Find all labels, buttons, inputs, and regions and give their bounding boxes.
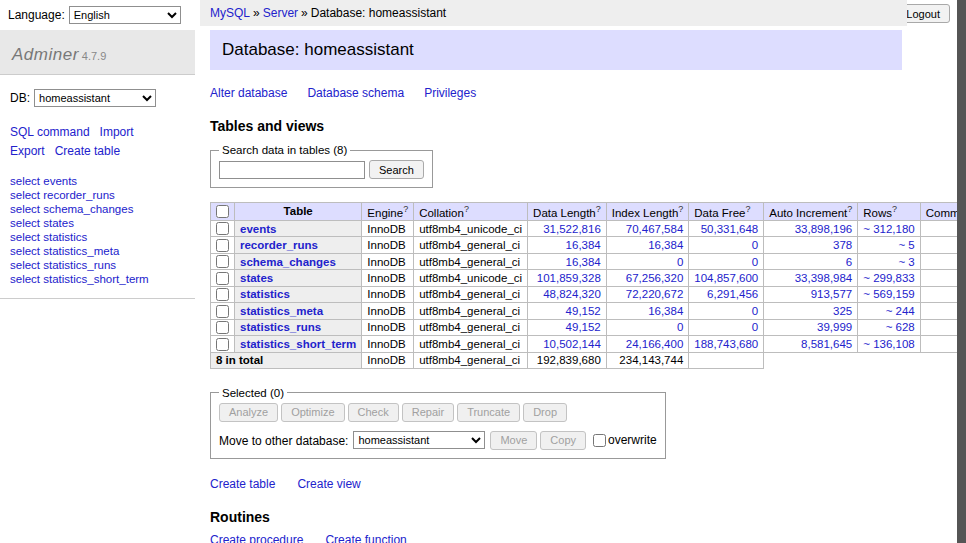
index-length-link[interactable]: 0: [677, 256, 683, 268]
vertical-scrollbar[interactable]: [957, 0, 966, 543]
index-length-cell: 0: [606, 253, 689, 269]
table-name-link[interactable]: schema_changes: [240, 256, 336, 268]
create-function-link[interactable]: Create function: [325, 533, 406, 543]
scrollbar-thumb[interactable]: [957, 0, 966, 543]
rows-count-link[interactable]: ~ 312,180: [863, 223, 914, 235]
index-length-link[interactable]: 16,384: [648, 239, 683, 251]
analyze-button[interactable]: Analyze: [219, 403, 278, 422]
auto-increment-link[interactable]: 33,398,984: [795, 272, 853, 284]
index-length-link[interactable]: 72,220,672: [626, 288, 684, 300]
data-free-link[interactable]: 0: [752, 256, 758, 268]
table-name-link[interactable]: statistics_runs: [240, 321, 321, 333]
row-checkbox[interactable]: [216, 239, 229, 252]
rows-count-link[interactable]: ~ 5: [898, 239, 914, 251]
move-db-select[interactable]: homeassistant: [353, 431, 485, 449]
sql-command-link[interactable]: SQL command: [10, 125, 90, 139]
table-name-link[interactable]: statistics: [240, 288, 290, 300]
data-length-link[interactable]: 16,384: [566, 256, 601, 268]
data-free-link[interactable]: 0: [752, 321, 758, 333]
table-name-link[interactable]: statistics_meta: [240, 305, 323, 317]
rows-count-link[interactable]: ~ 136,108: [863, 338, 914, 350]
data-free-link[interactable]: 188,743,680: [694, 338, 758, 350]
data-free-link[interactable]: 6,291,456: [707, 288, 758, 300]
data-length-link[interactable]: 31,522,816: [543, 223, 601, 235]
tables-and-views-heading: Tables and views: [210, 118, 902, 134]
db-select[interactable]: homeassistant: [34, 89, 156, 107]
table-name-link[interactable]: statistics_short_term: [240, 338, 356, 350]
data-free-link[interactable]: 0: [752, 239, 758, 251]
language-select[interactable]: English: [69, 6, 181, 24]
data-length-cell: 48,824,320: [528, 286, 607, 302]
data-free-link[interactable]: 104,857,600: [694, 272, 758, 284]
truncate-button[interactable]: Truncate: [457, 403, 520, 422]
rows-count-link[interactable]: ~ 244: [886, 305, 915, 317]
index-length-link[interactable]: 0: [677, 321, 683, 333]
copy-button[interactable]: Copy: [540, 431, 586, 450]
row-checkbox[interactable]: [216, 272, 229, 285]
table-name-link[interactable]: events: [240, 223, 276, 235]
rows-count-link[interactable]: ~ 3: [898, 256, 914, 268]
index-length-link[interactable]: 70,467,584: [626, 223, 684, 235]
overwrite-checkbox[interactable]: [593, 434, 606, 447]
row-checkbox[interactable]: [216, 305, 229, 318]
sidebar-select-events-link[interactable]: select events: [10, 175, 77, 187]
create-view-link[interactable]: Create view: [297, 477, 360, 491]
index-length-link[interactable]: 67,256,320: [626, 272, 684, 284]
breadcrumb-mysql-link[interactable]: MySQL: [210, 6, 250, 20]
row-checkbox[interactable]: [216, 255, 229, 268]
check-button[interactable]: Check: [348, 403, 399, 422]
sidebar-select-schema-changes-link[interactable]: select schema_changes: [10, 203, 133, 215]
breadcrumb-current: Database: homeassistant: [311, 6, 446, 20]
auto-increment-link[interactable]: 325: [833, 305, 852, 317]
optimize-button[interactable]: Optimize: [281, 403, 344, 422]
auto-increment-link[interactable]: 33,898,196: [795, 223, 853, 235]
auto-increment-link[interactable]: 913,577: [811, 288, 853, 300]
drop-button[interactable]: Drop: [523, 403, 567, 422]
create-table-link[interactable]: Create table: [55, 144, 120, 158]
auto-increment-link[interactable]: 39,999: [817, 321, 852, 333]
create-procedure-link[interactable]: Create procedure: [210, 533, 303, 543]
database-schema-link[interactable]: Database schema: [307, 86, 404, 100]
data-length-link[interactable]: 101,859,328: [537, 272, 601, 284]
data-length-link[interactable]: 16,384: [566, 239, 601, 251]
sidebar-select-statistics-runs-link[interactable]: select statistics_runs: [10, 259, 116, 271]
collation-cell: utf8mb4_general_ci: [414, 286, 528, 302]
data-free-link[interactable]: 0: [752, 305, 758, 317]
sidebar-select-states-link[interactable]: select states: [10, 217, 74, 229]
repair-button[interactable]: Repair: [402, 403, 454, 422]
move-button[interactable]: Move: [490, 431, 537, 450]
breadcrumb-server-link[interactable]: Server: [263, 6, 298, 20]
auto-increment-link[interactable]: 378: [833, 239, 852, 251]
index-length-link[interactable]: 16,384: [648, 305, 683, 317]
select-all-checkbox[interactable]: [216, 205, 229, 218]
rows-count-link[interactable]: ~ 628: [886, 321, 915, 333]
data-length-link[interactable]: 49,152: [566, 321, 601, 333]
row-checkbox[interactable]: [216, 321, 229, 334]
auto-increment-link[interactable]: 8,581,645: [801, 338, 852, 350]
sidebar-select-statistics-meta-link[interactable]: select statistics_meta: [10, 245, 119, 257]
import-link[interactable]: Import: [100, 125, 134, 139]
rows-count-link[interactable]: ~ 569,159: [863, 288, 914, 300]
rows-count-link[interactable]: ~ 299,833: [863, 272, 914, 284]
sidebar-select-recorder-runs-link[interactable]: select recorder_runs: [10, 189, 115, 201]
create-table-bottom-link[interactable]: Create table: [210, 477, 275, 491]
data-free-cell: 188,743,680: [689, 336, 764, 352]
sidebar-select-statistics-short-term-link[interactable]: select statistics_short_term: [10, 273, 149, 285]
sidebar-select-statistics-link[interactable]: select statistics: [10, 231, 87, 243]
auto-increment-link[interactable]: 6: [846, 256, 852, 268]
row-checkbox[interactable]: [216, 222, 229, 235]
search-button[interactable]: Search: [369, 160, 424, 179]
table-name-link[interactable]: states: [240, 272, 273, 284]
row-checkbox[interactable]: [216, 288, 229, 301]
index-length-link[interactable]: 24,166,400: [626, 338, 684, 350]
alter-database-link[interactable]: Alter database: [210, 86, 287, 100]
data-free-link[interactable]: 50,331,648: [701, 223, 759, 235]
export-link[interactable]: Export: [10, 144, 45, 158]
privileges-link[interactable]: Privileges: [424, 86, 476, 100]
row-checkbox[interactable]: [216, 338, 229, 351]
data-length-link[interactable]: 48,824,320: [543, 288, 601, 300]
search-input[interactable]: [219, 161, 365, 179]
table-name-link[interactable]: recorder_runs: [240, 239, 318, 251]
data-length-link[interactable]: 10,502,144: [543, 338, 601, 350]
data-length-link[interactable]: 49,152: [566, 305, 601, 317]
